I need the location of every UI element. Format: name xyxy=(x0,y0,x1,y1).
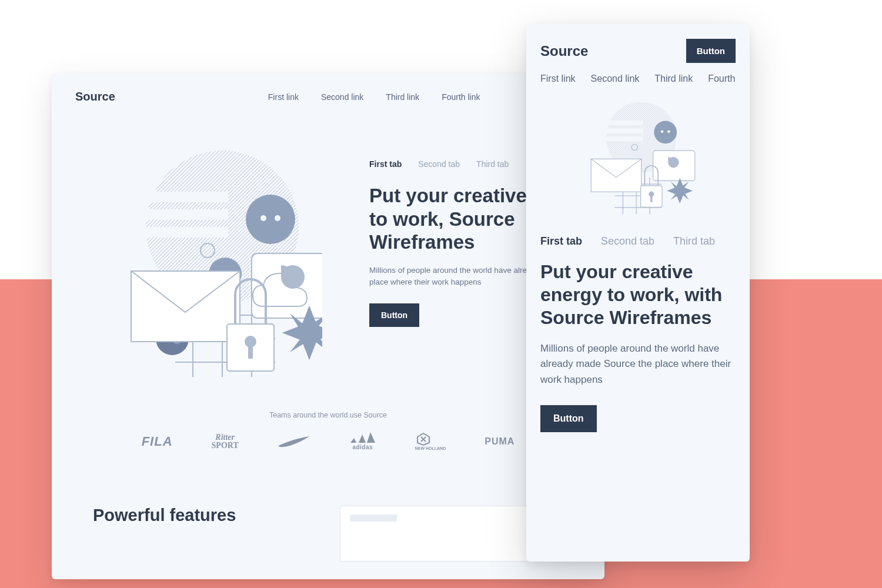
hero-cta-button[interactable]: Button xyxy=(540,405,597,432)
desktop-nav: First link Second link Third link Fourth… xyxy=(268,92,480,102)
nav-link-3[interactable]: Third link xyxy=(654,74,693,84)
tab-first[interactable]: First tab xyxy=(369,159,402,169)
brand-logo-adidas: adidas xyxy=(349,432,376,450)
svg-rect-18 xyxy=(606,136,643,141)
teams-section: Teams around the world use Source FILA R… xyxy=(52,411,604,450)
placeholder-bar-icon xyxy=(350,514,397,522)
tab-third[interactable]: Third tab xyxy=(476,159,509,169)
hero-illustration xyxy=(567,97,709,218)
svg-point-4 xyxy=(260,215,266,221)
svg-point-5 xyxy=(275,215,280,221)
illus-face-icon xyxy=(246,195,295,244)
brand-logo-puma: PUMA xyxy=(485,436,514,447)
mobile-tabs: First tab Second tab Third tab xyxy=(540,235,736,248)
teams-caption: Teams around the world use Source xyxy=(52,411,604,419)
tab-second[interactable]: Second tab xyxy=(418,159,460,169)
tab-second[interactable]: Second tab xyxy=(601,235,654,248)
brand-logo-newholland: NEW HOLLAND xyxy=(415,432,446,450)
hero-subtext: Millions of people around the world have… xyxy=(540,341,736,387)
nav-link-2[interactable]: Second link xyxy=(321,92,363,102)
features-section: Powerful features xyxy=(52,450,604,562)
svg-rect-12 xyxy=(248,345,253,359)
feature-card-placeholder xyxy=(340,506,534,562)
brand-logo-nike xyxy=(278,435,310,448)
svg-rect-0 xyxy=(146,192,228,202)
svg-rect-27 xyxy=(650,195,652,202)
hero-headline: Put your creative energy to work, with S… xyxy=(540,260,736,329)
nav-link-4[interactable]: Fourth link xyxy=(708,74,736,84)
tab-first[interactable]: First tab xyxy=(540,235,582,248)
mobile-preview-card: Source Button First link Second link Thi… xyxy=(526,24,750,562)
svg-point-21 xyxy=(667,130,670,133)
nav-link-1[interactable]: First link xyxy=(268,92,299,102)
brand-logo[interactable]: Source xyxy=(540,43,588,59)
nav-link-1[interactable]: First link xyxy=(540,74,576,84)
desktop-preview-card: Source First link Second link Third link… xyxy=(52,74,604,579)
illus-envelope-icon xyxy=(131,271,240,342)
tab-third[interactable]: Third tab xyxy=(673,235,715,248)
features-title: Powerful features xyxy=(93,506,293,562)
mobile-header-button[interactable]: Button xyxy=(686,39,736,63)
brand-logo-fila: FILA xyxy=(142,434,173,449)
svg-rect-2 xyxy=(146,227,228,238)
svg-rect-23 xyxy=(591,159,641,192)
mobile-header: Source Button xyxy=(540,39,736,63)
svg-rect-1 xyxy=(146,209,228,220)
svg-rect-16 xyxy=(606,121,643,125)
nav-link-3[interactable]: Third link xyxy=(386,92,419,102)
desktop-header: Source First link Second link Third link… xyxy=(52,74,604,103)
hero-illustration xyxy=(75,136,322,383)
brand-logo-ritter: Ritter SPORT xyxy=(212,433,239,450)
hero-cta-button[interactable]: Button xyxy=(369,303,419,327)
mobile-nav[interactable]: First link Second link Third link Fourth… xyxy=(540,74,736,84)
svg-point-19 xyxy=(654,121,677,143)
nav-link-2[interactable]: Second link xyxy=(591,74,640,84)
svg-rect-17 xyxy=(606,129,643,133)
desktop-hero: First tab Second tab Third tab Put your … xyxy=(52,103,604,383)
brand-logo[interactable]: Source xyxy=(75,90,115,103)
svg-rect-8 xyxy=(131,271,240,342)
brand-logos-row: FILA Ritter SPORT adidas NEW HOLLAND PUM… xyxy=(52,432,604,450)
svg-point-20 xyxy=(661,130,664,133)
nav-link-4[interactable]: Fourth link xyxy=(442,92,480,102)
